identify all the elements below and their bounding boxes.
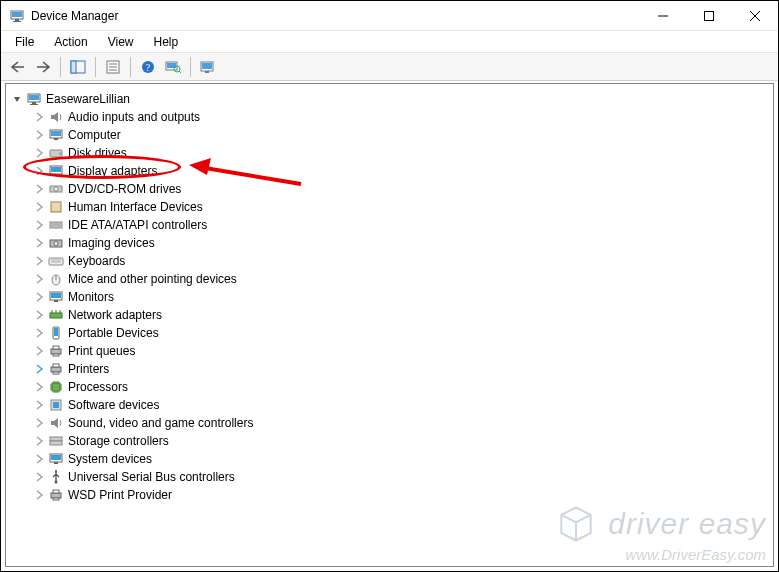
toolbar: ? xyxy=(1,53,778,81)
toolbar-separator xyxy=(190,57,191,77)
tree-item-wsd[interactable]: WSD Print Provider xyxy=(10,486,769,504)
tree-item-usb[interactable]: Universal Serial Bus controllers xyxy=(10,468,769,486)
svg-point-56 xyxy=(55,481,58,484)
collapse-icon[interactable] xyxy=(10,92,24,106)
tree-item-label: IDE ATA/ATAPI controllers xyxy=(68,218,207,232)
back-button[interactable] xyxy=(7,56,29,78)
svg-rect-52 xyxy=(50,441,62,445)
tree-item-portable[interactable]: Portable Devices xyxy=(10,324,769,342)
monitor-icon xyxy=(48,289,64,305)
hid-icon xyxy=(48,199,64,215)
expand-icon[interactable] xyxy=(32,218,46,232)
tree-item-label: Display adapters xyxy=(68,164,157,178)
menu-help[interactable]: Help xyxy=(146,33,187,51)
svg-text:?: ? xyxy=(146,62,151,73)
svg-rect-2 xyxy=(15,19,19,21)
svg-point-24 xyxy=(59,153,61,155)
svg-rect-1 xyxy=(12,12,22,17)
tree-item-system[interactable]: System devices xyxy=(10,450,769,468)
tree-item-label: Disk drives xyxy=(68,146,127,160)
svg-rect-46 xyxy=(53,364,59,367)
computer-icon xyxy=(48,127,64,143)
help-button[interactable]: ? xyxy=(137,56,159,78)
expand-icon[interactable] xyxy=(32,110,46,124)
forward-button[interactable] xyxy=(32,56,54,78)
tree-item-storage[interactable]: Storage controllers xyxy=(10,432,769,450)
tree-item-imaging[interactable]: Imaging devices xyxy=(10,234,769,252)
expand-icon[interactable] xyxy=(32,344,46,358)
tree-item-network-adapters[interactable]: Network adapters xyxy=(10,306,769,324)
menu-action[interactable]: Action xyxy=(46,33,95,51)
expand-icon[interactable] xyxy=(32,308,46,322)
svg-rect-42 xyxy=(51,349,61,354)
expand-icon[interactable] xyxy=(32,488,46,502)
tree-root[interactable]: EasewareLillian xyxy=(10,90,769,108)
svg-point-33 xyxy=(54,242,58,246)
tree-item-keyboards[interactable]: Keyboards xyxy=(10,252,769,270)
tree-item-hid[interactable]: Human Interface Devices xyxy=(10,198,769,216)
scan-hardware-button[interactable] xyxy=(162,56,184,78)
tree-item-processors[interactable]: Processors xyxy=(10,378,769,396)
add-legacy-hardware-button[interactable] xyxy=(197,56,219,78)
svg-rect-15 xyxy=(205,71,209,73)
tree-item-label: Network adapters xyxy=(68,308,162,322)
svg-rect-60 xyxy=(53,498,59,500)
display-icon xyxy=(48,163,64,179)
device-tree-panel: EasewareLillian Audio inputs and outputs… xyxy=(5,83,774,567)
tree-item-label: Processors xyxy=(68,380,128,394)
svg-rect-22 xyxy=(54,138,58,140)
disk-icon xyxy=(48,145,64,161)
expand-icon[interactable] xyxy=(32,200,46,214)
svg-rect-48 xyxy=(52,383,60,391)
expand-icon[interactable] xyxy=(32,146,46,160)
storage-icon xyxy=(48,433,64,449)
expand-icon[interactable] xyxy=(32,128,46,142)
tree-item-ide[interactable]: IDE ATA/ATAPI controllers xyxy=(10,216,769,234)
expand-icon[interactable] xyxy=(32,182,46,196)
expand-icon[interactable] xyxy=(32,452,46,466)
properties-button[interactable] xyxy=(102,56,124,78)
tree-item-sound[interactable]: Sound, video and game controllers xyxy=(10,414,769,432)
expand-icon[interactable] xyxy=(32,434,46,448)
close-button[interactable] xyxy=(732,1,778,31)
menu-view[interactable]: View xyxy=(100,33,142,51)
printer-icon xyxy=(48,343,64,359)
expand-icon[interactable] xyxy=(32,398,46,412)
svg-point-57 xyxy=(55,470,57,472)
device-tree[interactable]: EasewareLillian Audio inputs and outputs… xyxy=(10,90,769,504)
minimize-button[interactable] xyxy=(640,1,686,31)
tree-item-dvd[interactable]: DVD/CD-ROM drives xyxy=(10,180,769,198)
tree-item-label: Print queues xyxy=(68,344,135,358)
tree-item-computer[interactable]: Computer xyxy=(10,126,769,144)
svg-rect-17 xyxy=(29,95,39,100)
expand-icon[interactable] xyxy=(32,362,46,376)
usb-icon xyxy=(48,469,64,485)
tree-item-printers[interactable]: Printers xyxy=(10,360,769,378)
tree-item-display-adapters[interactable]: Display adapters xyxy=(10,162,769,180)
tree-item-label: Storage controllers xyxy=(68,434,169,448)
toolbar-separator xyxy=(60,57,61,77)
expand-icon[interactable] xyxy=(32,236,46,250)
expand-icon[interactable] xyxy=(32,470,46,484)
maximize-button[interactable] xyxy=(686,1,732,31)
show-hide-tree-button[interactable] xyxy=(67,56,89,78)
expand-icon[interactable] xyxy=(32,380,46,394)
expand-icon[interactable] xyxy=(32,416,46,430)
tree-item-monitors[interactable]: Monitors xyxy=(10,288,769,306)
expand-icon[interactable] xyxy=(32,290,46,304)
expand-icon[interactable] xyxy=(32,254,46,268)
expand-icon[interactable] xyxy=(32,326,46,340)
tree-item-disk-drives[interactable]: Disk drives xyxy=(10,144,769,162)
toolbar-separator xyxy=(130,57,131,77)
titlebar: Device Manager xyxy=(1,1,778,31)
tree-item-mice[interactable]: Mice and other pointing devices xyxy=(10,270,769,288)
window-title: Device Manager xyxy=(31,9,118,23)
expand-icon[interactable] xyxy=(32,272,46,286)
menu-file[interactable]: File xyxy=(7,33,42,51)
expand-icon[interactable] xyxy=(32,164,46,178)
tree-item-software-devices[interactable]: Software devices xyxy=(10,396,769,414)
printer-icon xyxy=(48,487,64,503)
network-icon xyxy=(48,307,64,323)
tree-item-audio[interactable]: Audio inputs and outputs xyxy=(10,108,769,126)
tree-item-print-queues[interactable]: Print queues xyxy=(10,342,769,360)
